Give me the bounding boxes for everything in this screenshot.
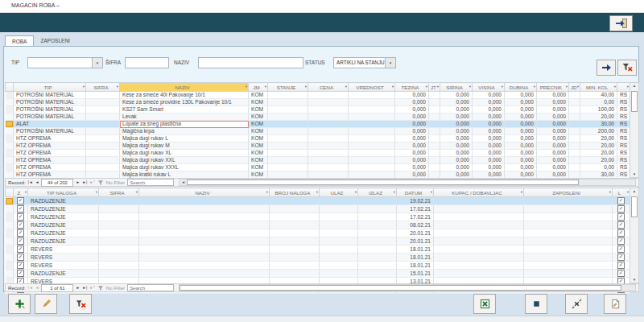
checkbox[interactable]: ✓ — [617, 254, 625, 261]
cell[interactable] — [569, 157, 580, 164]
checkbox[interactable]: ✓ — [617, 270, 625, 277]
cell[interactable]: KOM — [249, 92, 268, 99]
cell[interactable] — [524, 197, 613, 205]
nav-prev-button[interactable]: ◄ — [35, 286, 39, 290]
cell[interactable]: KOM — [249, 99, 268, 106]
cell[interactable]: 20,00 — [580, 135, 617, 142]
table-row[interactable]: POTROŠNI MATERIJALKS27 Sam SmartKOM0,000… — [6, 106, 630, 114]
cell[interactable] — [429, 128, 440, 135]
cell[interactable] — [429, 135, 440, 142]
cell[interactable]: Majica dugi rukav M — [120, 142, 249, 150]
nav-last-button[interactable]: ►| — [82, 286, 87, 290]
cell[interactable] — [429, 92, 440, 99]
cell[interactable]: ✓ — [14, 221, 28, 229]
column-dropdown-icon[interactable]: ▾ — [305, 85, 307, 89]
cell[interactable]: 0,000 — [473, 92, 505, 99]
cell[interactable] — [99, 229, 139, 237]
cell[interactable]: RS — [617, 150, 630, 157]
cell[interactable] — [270, 270, 320, 278]
cell[interactable] — [99, 237, 139, 246]
cell[interactable]: 20,00 — [580, 114, 617, 121]
cell[interactable]: 0,000 — [395, 135, 429, 142]
column-dropdown-icon[interactable]: ▾ — [392, 85, 394, 89]
cell[interactable] — [349, 157, 395, 164]
cell[interactable] — [429, 142, 440, 150]
cell[interactable]: 0,000 — [473, 135, 505, 142]
edit-record-button[interactable] — [35, 294, 57, 314]
table-row[interactable]: HTZ OPREMAMajica dugi rukav LKOM0,0000,0… — [6, 135, 630, 142]
cell[interactable] — [524, 254, 613, 262]
cell[interactable] — [268, 106, 308, 114]
row-selector[interactable] — [6, 205, 14, 213]
column-header[interactable]: JM▾ — [249, 83, 268, 92]
cell[interactable] — [86, 128, 120, 135]
cell[interactable] — [434, 213, 524, 221]
cell[interactable] — [358, 237, 397, 246]
cell[interactable]: POTROŠNI MATERIJAL — [14, 106, 86, 114]
cell[interactable]: 0,000 — [440, 135, 473, 142]
row-selector[interactable] — [6, 135, 14, 142]
cell[interactable] — [349, 106, 395, 114]
cell[interactable]: 0,000 — [395, 142, 429, 150]
cell[interactable]: 0,000 — [395, 121, 429, 128]
row-selector[interactable] — [6, 246, 14, 254]
cell[interactable]: 18.01.21 — [397, 254, 434, 262]
cell[interactable]: 18.01.21 — [397, 262, 434, 270]
column-header[interactable]: TIP▾ — [14, 83, 86, 92]
cell[interactable]: 0,000 — [473, 99, 505, 106]
row-selector[interactable] — [6, 106, 14, 114]
cell[interactable]: 0,000 — [505, 106, 537, 114]
cell[interactable]: 0,000 — [395, 99, 429, 106]
cell[interactable]: KOM — [249, 135, 268, 142]
cell[interactable]: 0,000 — [505, 135, 537, 142]
cell[interactable] — [429, 150, 440, 157]
cell[interactable] — [308, 150, 349, 157]
cell[interactable] — [86, 164, 120, 171]
table-row[interactable]: ✓RAZDUZENJE15.01.21✓ — [6, 270, 630, 278]
cell[interactable]: 0,000 — [505, 142, 537, 150]
column-dropdown-icon[interactable]: ▾ — [96, 190, 97, 194]
cell[interactable]: KS27 Sam Smart — [120, 106, 249, 114]
column-header[interactable]: NAZIV▾ — [120, 83, 249, 92]
column-dropdown-icon[interactable]: ▾ — [627, 85, 629, 89]
cell[interactable]: 0,000 — [440, 114, 473, 121]
table-row[interactable]: ✓RAZDUZENJE20.01.21✓ — [6, 229, 630, 237]
cell[interactable] — [358, 254, 397, 262]
column-header[interactable]: STANJE▾ — [268, 83, 308, 92]
cell[interactable] — [139, 237, 270, 246]
naziv-input[interactable] — [198, 57, 303, 68]
cell[interactable] — [524, 270, 613, 278]
column-dropdown-icon[interactable]: ▾ — [265, 85, 266, 89]
cell[interactable] — [86, 142, 120, 150]
excel-action-button[interactable] — [565, 294, 588, 314]
scrollbar-thumb[interactable] — [631, 91, 638, 112]
cell[interactable] — [349, 128, 395, 135]
cell[interactable] — [308, 135, 349, 142]
cell[interactable]: 0,000 — [440, 150, 473, 157]
cell[interactable] — [320, 270, 358, 278]
cell[interactable] — [569, 164, 580, 171]
table-row[interactable]: ALATLopate za sneg plastičnaKOM0,0000,00… — [6, 121, 630, 128]
checkbox[interactable]: ✓ — [617, 262, 625, 269]
cell[interactable] — [429, 106, 440, 114]
cell[interactable] — [358, 229, 397, 237]
row-selector[interactable] — [6, 121, 14, 128]
cell[interactable]: 200,00 — [580, 128, 617, 135]
checkbox[interactable]: ✓ — [17, 221, 24, 229]
column-header[interactable]: SIRINA▾ — [440, 83, 473, 92]
cell[interactable]: 19.02.21 — [397, 197, 434, 205]
cell[interactable] — [358, 205, 397, 213]
cell[interactable] — [86, 157, 120, 164]
cell[interactable]: Magična krpa — [120, 128, 249, 135]
scroll-left-icon[interactable]: ◄ — [180, 180, 187, 184]
report-button[interactable] — [604, 294, 626, 314]
cell[interactable] — [320, 237, 358, 246]
vertical-scrollbar[interactable]: ▲▼ — [630, 188, 639, 283]
filter-state[interactable]: No Filter — [106, 285, 125, 291]
cell[interactable] — [349, 164, 395, 171]
column-dropdown-icon[interactable]: ▾ — [117, 85, 118, 89]
column-dropdown-icon[interactable]: ▾ — [25, 190, 27, 194]
cell[interactable]: 0,000 — [505, 99, 537, 106]
cell[interactable] — [434, 205, 524, 213]
cell[interactable] — [434, 262, 524, 270]
